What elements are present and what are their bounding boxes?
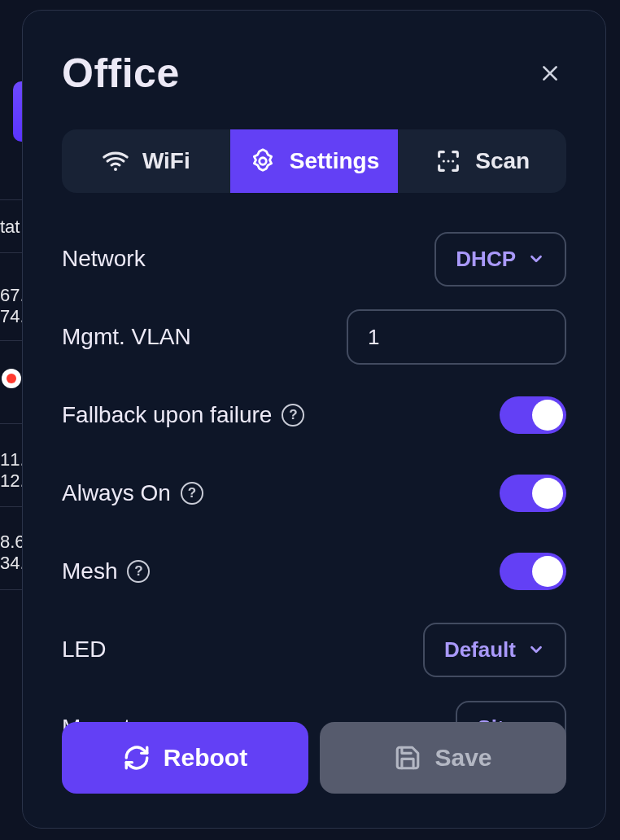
label-mgmt-vlan: Mgmt. VLAN: [62, 324, 191, 350]
chevron-down-icon: [527, 641, 545, 658]
label-text: Mesh: [62, 558, 117, 584]
svg-point-2: [114, 168, 117, 171]
help-icon[interactable]: ?: [282, 404, 304, 427]
label-text: Always On: [62, 480, 171, 506]
input-mgmt-vlan[interactable]: [347, 309, 566, 365]
select-led[interactable]: Default: [423, 623, 566, 677]
tabbar: WiFi Settings Scan: [62, 129, 566, 193]
settings-panel: Office WiFi Settings: [22, 10, 606, 829]
toggle-always-on[interactable]: [500, 475, 566, 512]
tab-label: Settings: [290, 148, 379, 174]
panel-footer: Reboot Save: [62, 722, 566, 794]
bg-status-dot: [7, 374, 16, 383]
close-icon: [539, 63, 561, 84]
panel-title: Office: [62, 50, 180, 97]
select-value: Default: [444, 637, 516, 663]
row-mesh: Mesh ?: [62, 543, 566, 600]
save-button[interactable]: Save: [320, 722, 566, 794]
toggle-knob: [532, 478, 563, 509]
refresh-icon: [123, 744, 151, 772]
label-always-on: Always On ?: [62, 480, 203, 506]
row-mgmt-vlan: Mgmt. VLAN: [62, 308, 566, 365]
bg-text: tat: [0, 216, 20, 238]
bg-text: 74.: [0, 305, 25, 328]
close-button[interactable]: [534, 57, 566, 90]
bg-text: 34.: [0, 552, 25, 575]
bg-text: 12.: [0, 470, 25, 492]
tab-scan[interactable]: Scan: [398, 129, 566, 193]
scan-icon: [434, 147, 462, 175]
tab-wifi[interactable]: WiFi: [62, 129, 230, 193]
select-network[interactable]: DHCP: [434, 232, 566, 287]
label-network: Network: [62, 246, 146, 272]
bg-text: 67.: [0, 284, 25, 307]
row-network: Network DHCP: [62, 230, 566, 287]
help-icon[interactable]: ?: [127, 560, 150, 583]
toggle-fallback[interactable]: [500, 396, 566, 434]
gear-icon: [249, 147, 277, 175]
row-led: LED Default: [62, 621, 566, 678]
label-mesh: Mesh ?: [62, 558, 150, 584]
select-value: DHCP: [456, 247, 516, 272]
button-label: Reboot: [164, 744, 247, 772]
help-icon[interactable]: ?: [181, 482, 203, 505]
svg-point-3: [260, 158, 267, 165]
row-always-on: Always On ?: [62, 465, 566, 522]
tab-label: Scan: [475, 148, 530, 174]
toggle-knob: [532, 400, 563, 431]
toggle-knob: [532, 556, 563, 587]
tab-label: WiFi: [142, 148, 190, 174]
button-label: Save: [434, 744, 491, 772]
panel-header: Office: [62, 50, 566, 97]
chevron-down-icon: [527, 250, 545, 268]
save-icon: [394, 744, 421, 772]
label-text: Fallback upon failure: [62, 402, 272, 428]
reboot-button[interactable]: Reboot: [62, 722, 308, 794]
tab-settings[interactable]: Settings: [230, 129, 399, 193]
toggle-mesh[interactable]: [500, 553, 566, 590]
wifi-icon: [102, 147, 129, 175]
label-led: LED: [62, 637, 106, 663]
row-fallback: Fallback upon failure ?: [62, 387, 566, 444]
bg-text: 8.6: [0, 531, 25, 553]
label-fallback: Fallback upon failure ?: [62, 402, 304, 428]
